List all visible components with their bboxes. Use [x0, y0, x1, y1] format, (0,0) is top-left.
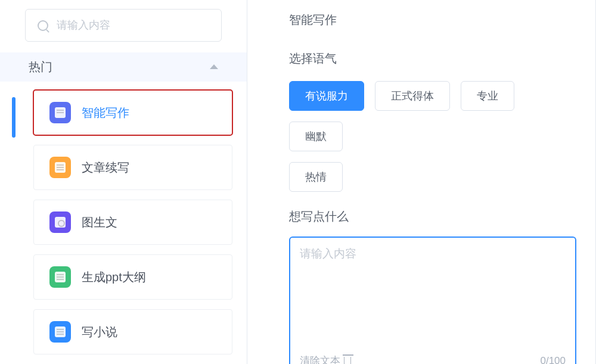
tone-label: 选择语气 — [289, 51, 576, 67]
menu-item-label: 写小说 — [82, 324, 117, 340]
trash-icon — [344, 357, 351, 364]
menu-item-image-to-text[interactable]: 图生文 — [33, 200, 232, 245]
content-label: 想写点什么 — [289, 209, 576, 225]
search-box[interactable] — [25, 9, 222, 42]
content-textarea[interactable] — [300, 246, 566, 347]
doc-icon — [49, 321, 71, 343]
doc-edit-icon — [49, 102, 71, 123]
sidebar: 热门 智能写作 文章续写 图生文 生成ppt大纲 写小说 — [0, 0, 247, 364]
tone-chip-formal[interactable]: 正式得体 — [375, 81, 450, 111]
content-textarea-wrap: 清除文本 0/100 — [289, 237, 576, 364]
doc-icon — [49, 157, 71, 178]
tone-chip-persuasive[interactable]: 有说服力 — [289, 81, 364, 111]
char-counter: 0/100 — [540, 355, 566, 365]
section-header-hot[interactable]: 热门 — [0, 52, 247, 82]
menu-item-smart-writing[interactable]: 智能写作 — [33, 90, 232, 135]
search-wrap — [0, 0, 247, 52]
section-title: 热门 — [29, 59, 52, 75]
search-input[interactable] — [57, 19, 209, 32]
menu-item-label: 图生文 — [82, 214, 117, 231]
menu-item-label: 文章续写 — [82, 160, 129, 176]
tone-chip-humorous[interactable]: 幽默 — [289, 122, 343, 151]
active-indicator — [12, 97, 15, 138]
tone-chip-row-2: 热情 — [289, 162, 576, 192]
page-title: 智能写作 — [289, 12, 576, 28]
chevron-up-icon — [210, 64, 218, 69]
tone-chip-row: 有说服力 正式得体 专业 幽默 — [289, 81, 576, 151]
tone-chip-enthusiastic[interactable]: 热情 — [289, 162, 343, 192]
menu-item-ppt-outline[interactable]: 生成ppt大纲 — [33, 254, 232, 300]
menu-item-continue-writing[interactable]: 文章续写 — [33, 145, 232, 190]
image-text-icon — [49, 211, 71, 233]
textarea-footer: 清除文本 0/100 — [300, 354, 566, 364]
menu-list: 智能写作 文章续写 图生文 生成ppt大纲 写小说 — [0, 82, 247, 364]
menu-item-label: 智能写作 — [82, 105, 129, 121]
search-icon — [38, 20, 48, 31]
menu-item-write-novel[interactable]: 写小说 — [33, 309, 232, 354]
main-panel: 智能写作 选择语气 有说服力 正式得体 专业 幽默 热情 想写点什么 清除文本 … — [247, 0, 595, 364]
clear-text-label: 清除文本 — [300, 354, 340, 364]
menu-row-active: 智能写作 — [12, 90, 247, 145]
tone-chip-professional[interactable]: 专业 — [461, 81, 514, 111]
clear-text-button[interactable]: 清除文本 — [300, 354, 351, 364]
menu-item-label: 生成ppt大纲 — [82, 269, 146, 285]
ppt-icon — [49, 266, 71, 288]
